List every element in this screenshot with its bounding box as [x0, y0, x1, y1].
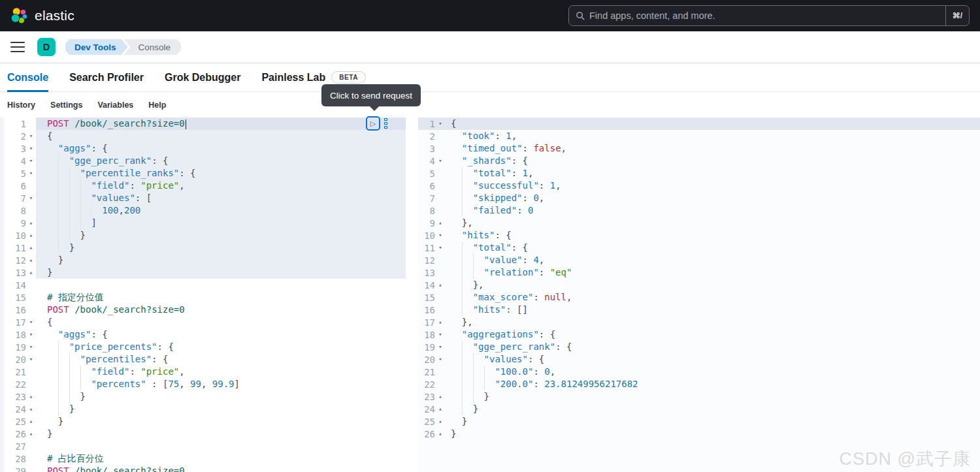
- menu-item-history[interactable]: History: [7, 101, 35, 110]
- fold-toggle-icon[interactable]: ▴: [26, 217, 36, 229]
- line-number: 5: [0, 168, 26, 179]
- request-options-icon[interactable]: [384, 118, 387, 129]
- fold-toggle-icon[interactable]: ▴: [26, 390, 36, 403]
- fold-toggle-icon[interactable]: ▴: [435, 403, 446, 415]
- code-line[interactable]: 9▴]: [0, 217, 406, 229]
- fold-toggle-icon[interactable]: ▴: [435, 428, 446, 440]
- line-number: 3: [418, 144, 435, 154]
- fold-toggle-icon[interactable]: ▾: [26, 155, 36, 167]
- fold-toggle-icon[interactable]: ▾: [435, 328, 446, 341]
- fold-toggle-icon[interactable]: ▾: [435, 242, 446, 254]
- code-line[interactable]: 4▾"gge_perc_rank": {: [0, 155, 406, 167]
- fold-toggle-icon[interactable]: ▴: [26, 415, 36, 428]
- code-line: 23▴}: [418, 390, 980, 403]
- code-line[interactable]: 21"field": "price",: [0, 366, 406, 378]
- fold-toggle-icon[interactable]: ▾: [26, 316, 36, 328]
- line-number: 24: [418, 404, 435, 415]
- code-line[interactable]: 20▾"percentiles": {: [0, 353, 406, 366]
- fold-toggle-icon[interactable]: ▾: [26, 341, 36, 353]
- global-search[interactable]: ⌘/: [568, 5, 970, 26]
- code-line[interactable]: 11▴}: [0, 242, 406, 254]
- fold-toggle-icon[interactable]: ▴: [26, 266, 36, 279]
- code-line[interactable]: 24▴}: [0, 403, 406, 415]
- breadcrumb-item-dev-tools[interactable]: Dev Tools: [65, 39, 128, 55]
- menu-item-help[interactable]: Help: [148, 101, 166, 110]
- fold-toggle-icon[interactable]: ▾: [435, 341, 446, 353]
- code-line[interactable]: 5▾"percentile_ranks": {: [0, 167, 406, 180]
- code-line[interactable]: 3▾"aggs": {: [0, 142, 406, 155]
- code-line: 4▾"_shards": {: [418, 155, 980, 167]
- fold-toggle-icon[interactable]: ▾: [435, 353, 446, 366]
- line-number: 17: [418, 317, 435, 328]
- line-number: 14: [0, 280, 26, 291]
- code-line[interactable]: 18▾"aggs": {: [0, 328, 406, 341]
- fold-toggle-icon[interactable]: ▴: [435, 279, 446, 291]
- fold-toggle-icon[interactable]: ▴: [435, 415, 446, 428]
- code-line[interactable]: 22"percents" : [75, 99, 99.9]: [0, 378, 406, 390]
- code-line[interactable]: 27: [0, 440, 406, 452]
- tab-console[interactable]: Console: [7, 63, 48, 91]
- code-line[interactable]: 25▴}: [0, 415, 406, 428]
- fold-toggle-icon[interactable]: ▾: [26, 167, 36, 180]
- pane-divider[interactable]: [406, 118, 418, 472]
- code-line[interactable]: 13▴}: [0, 266, 406, 279]
- fold-toggle-icon[interactable]: ▾: [26, 353, 36, 366]
- send-request-button[interactable]: ▷: [366, 116, 380, 131]
- code-line[interactable]: 1POST /book/_search?size=0: [0, 118, 406, 130]
- fold-toggle-icon[interactable]: ▾: [26, 192, 36, 204]
- fold-toggle-icon[interactable]: ▾: [435, 155, 446, 167]
- code-line[interactable]: 7▾"values": [: [0, 192, 406, 204]
- menu-icon[interactable]: [10, 42, 25, 53]
- tab-grok-debugger[interactable]: Grok Debugger: [165, 63, 240, 91]
- fold-toggle-icon[interactable]: ▾: [435, 118, 446, 130]
- code-line: 9▴},: [418, 217, 980, 229]
- tab-search-profiler[interactable]: Search Profiler: [69, 63, 144, 91]
- watermark: CSDN @武子康: [840, 447, 971, 471]
- code-line[interactable]: 14: [0, 279, 406, 291]
- code-line[interactable]: 6"field": "price",: [0, 180, 406, 192]
- fold-toggle-icon[interactable]: ▾: [435, 229, 446, 242]
- request-editor[interactable]: 1POST /book/_search?size=02▾{3▾"aggs": {…: [0, 118, 406, 472]
- code-line: 20▾"values": {: [418, 353, 980, 366]
- code-line[interactable]: 12▴}: [0, 254, 406, 266]
- code-line[interactable]: 8100,200: [0, 204, 406, 217]
- text-cursor: [186, 119, 187, 129]
- code-line[interactable]: 19▾"price_percents": {: [0, 341, 406, 353]
- code-line[interactable]: 15# 指定分位值: [0, 291, 406, 304]
- space-avatar[interactable]: D: [37, 38, 56, 56]
- line-number: 5: [418, 168, 435, 179]
- line-number: 20: [0, 354, 26, 365]
- nav-bar: D Dev ToolsConsole: [0, 31, 980, 63]
- fold-toggle-icon[interactable]: ▴: [26, 254, 36, 266]
- code-line[interactable]: 16POST /book/_search?size=0: [0, 304, 406, 316]
- code-line: 2"took": 1,: [418, 130, 980, 142]
- fold-toggle-icon[interactable]: ▾: [26, 328, 36, 341]
- fold-toggle-icon[interactable]: ▴: [435, 217, 446, 229]
- fold-toggle-icon[interactable]: ▴: [26, 229, 36, 242]
- menu-item-variables[interactable]: Variables: [97, 101, 133, 110]
- code-line[interactable]: 29POST /book/_search?size=0: [0, 465, 406, 472]
- code-line[interactable]: 23▴}: [0, 390, 406, 403]
- fold-toggle-icon[interactable]: ▴: [435, 390, 446, 403]
- menu-item-settings[interactable]: Settings: [50, 101, 82, 110]
- line-number: 13: [0, 268, 26, 278]
- search-shortcut-badge: ⌘/: [945, 6, 969, 25]
- code-line[interactable]: 28# 占比百分位: [0, 452, 406, 465]
- search-input[interactable]: [589, 10, 945, 21]
- code-line[interactable]: 26▴}: [0, 428, 406, 440]
- line-number: 22: [0, 379, 26, 390]
- fold-toggle-icon[interactable]: ▾: [26, 142, 36, 155]
- code-line[interactable]: 10▴}: [0, 229, 406, 242]
- line-number: 9: [0, 218, 26, 228]
- fold-toggle-icon[interactable]: ▴: [26, 242, 36, 254]
- line-number: 29: [0, 466, 26, 472]
- fold-toggle-icon[interactable]: ▴: [435, 316, 446, 328]
- code-line[interactable]: 2▾{: [0, 130, 406, 142]
- fold-toggle-icon[interactable]: ▴: [26, 403, 36, 415]
- line-number: 13: [418, 268, 435, 278]
- fold-toggle-icon[interactable]: ▴: [26, 428, 36, 440]
- line-number: 19: [418, 342, 435, 353]
- code-line[interactable]: 17▾{: [0, 316, 406, 328]
- breadcrumb-item-console[interactable]: Console: [124, 39, 182, 55]
- fold-toggle-icon[interactable]: ▾: [26, 130, 36, 142]
